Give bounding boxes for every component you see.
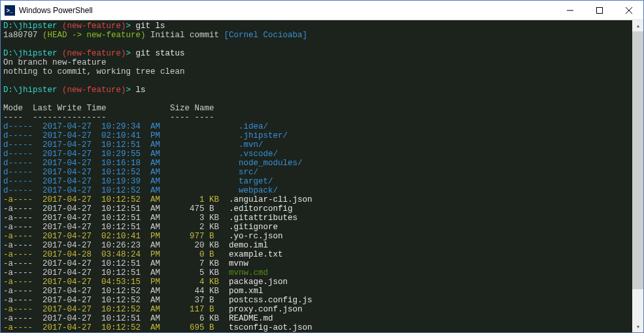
close-button[interactable]	[614, 1, 643, 20]
vertical-scrollbar[interactable]: ▴ ▾	[632, 20, 643, 332]
terminal-output[interactable]: D:\jhipster (new-feature)> git ls 1a8070…	[1, 20, 632, 332]
window-controls	[555, 1, 643, 20]
maximize-button[interactable]	[585, 1, 614, 20]
scroll-up-arrow[interactable]: ▴	[632, 20, 643, 31]
title-bar[interactable]: >_ Windows PowerShell	[1, 1, 643, 20]
svg-rect-1	[596, 7, 602, 13]
minimize-button[interactable]	[555, 1, 585, 20]
terminal-area: D:\jhipster (new-feature)> git ls 1a8070…	[1, 20, 643, 332]
powershell-window: >_ Windows PowerShell D:\jhipster (new-f…	[0, 0, 644, 333]
scroll-down-arrow[interactable]: ▾	[632, 321, 643, 332]
window-title: Windows PowerShell	[19, 6, 555, 15]
powershell-icon: >_	[5, 5, 15, 16]
scroll-thumb[interactable]	[632, 31, 643, 289]
